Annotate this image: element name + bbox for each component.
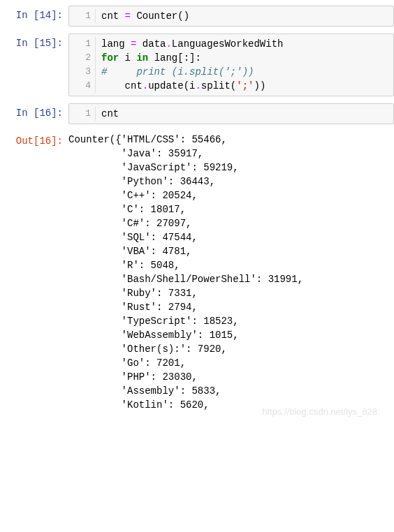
output-cell: Out[16]:Counter({'HTML/CSS': 55466, 'Jav… [6, 131, 394, 412]
input-cell: In [14]:1cnt = Counter() [6, 6, 394, 27]
output-prompt: Out[16]: [6, 131, 68, 147]
notebook-root: In [14]:1cnt = Counter()In [15]:1lang = … [6, 6, 394, 417]
output-line: 'SQL': 47544, [68, 230, 394, 244]
output-line: 'C#': 27097, [68, 216, 394, 230]
input-prompt: In [16]: [6, 103, 68, 119]
code-line: 1cnt [69, 107, 393, 121]
code-area[interactable]: 1cnt [68, 103, 394, 124]
code-text: for i in lang[:]: [96, 51, 201, 65]
output-line: 'Other(s):': 7920, [68, 342, 394, 356]
line-number: 3 [69, 65, 96, 79]
output-line: 'JavaScript': 59219, [68, 161, 394, 175]
code-text: cnt [96, 107, 119, 121]
code-line: 2for i in lang[:]: [69, 51, 393, 65]
input-cell: In [15]:1lang = data.LanguagesWorkedWith… [6, 34, 394, 96]
line-number: 4 [69, 79, 96, 93]
output-line: Counter({'HTML/CSS': 55466, [68, 133, 394, 147]
code-line: 4 cnt.update(i.split(';')) [69, 79, 393, 93]
output-line: 'Rust': 2794, [68, 300, 394, 314]
code-text: lang = data.LanguagesWorkedWith [96, 37, 283, 51]
code-line: 1lang = data.LanguagesWorkedWith [69, 37, 393, 51]
output-line: 'Assembly': 5833, [68, 384, 394, 398]
output-line: 'TypeScript': 18523, [68, 314, 394, 328]
line-number: 1 [69, 107, 96, 121]
code-text: # print (i.split(';')) [96, 65, 254, 79]
output-line: 'Kotlin': 5620, [68, 398, 394, 412]
code-line: 1cnt = Counter() [69, 9, 393, 23]
code-area[interactable]: 1cnt = Counter() [68, 6, 394, 27]
output-line: 'PHP': 23030, [68, 370, 394, 384]
output-line: 'Java': 35917, [68, 147, 394, 161]
output-line: 'VBA': 4781, [68, 244, 394, 258]
output-line: 'Ruby': 7331, [68, 286, 394, 300]
output-line: 'C++': 20524, [68, 189, 394, 202]
code-line: 3# print (i.split(';')) [69, 65, 393, 79]
code-text: cnt.update(i.split(';')) [96, 79, 265, 93]
output-line: 'R': 5048, [68, 258, 394, 272]
line-number: 1 [69, 9, 96, 23]
output-area: Counter({'HTML/CSS': 55466, 'Java': 3591… [68, 131, 394, 412]
output-line: 'Bash/Shell/PowerShell': 31991, [68, 272, 394, 286]
output-line: 'Python': 36443, [68, 175, 394, 189]
output-line: 'Go': 7201, [68, 356, 394, 370]
output-line: 'C': 18017, [68, 202, 394, 216]
input-prompt: In [15]: [6, 34, 68, 49]
output-line: 'WebAssembly': 1015, [68, 328, 394, 342]
input-cell: In [16]:1cnt [6, 103, 394, 124]
code-area[interactable]: 1lang = data.LanguagesWorkedWith2for i i… [68, 34, 394, 96]
code-text: cnt = Counter() [96, 9, 189, 23]
line-number: 2 [69, 51, 96, 65]
input-prompt: In [14]: [6, 6, 68, 21]
line-number: 1 [69, 37, 96, 51]
